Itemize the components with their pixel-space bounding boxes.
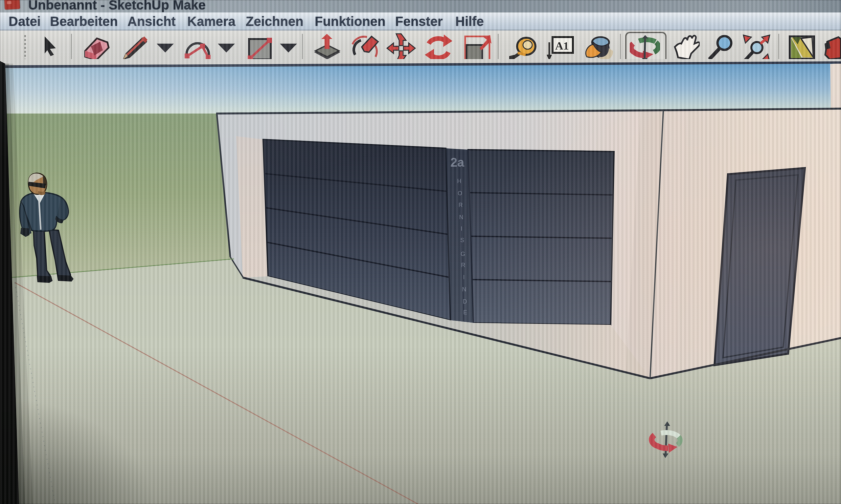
svg-text:A1: A1: [555, 40, 569, 52]
svg-text:D: D: [463, 298, 467, 305]
svg-text:N: N: [462, 286, 466, 293]
svg-text:H: H: [457, 178, 462, 184]
svg-text:I: I: [463, 274, 464, 281]
svg-text:N: N: [459, 214, 464, 220]
svg-text:2a: 2a: [450, 156, 464, 169]
svg-text:I: I: [461, 226, 462, 232]
svg-text:E: E: [463, 309, 467, 316]
svg-text:R: R: [459, 202, 463, 209]
svg-text:O: O: [458, 190, 462, 197]
svg-text:S: S: [460, 237, 464, 244]
svg-text:R: R: [461, 262, 465, 268]
svg-text:G: G: [461, 251, 465, 257]
